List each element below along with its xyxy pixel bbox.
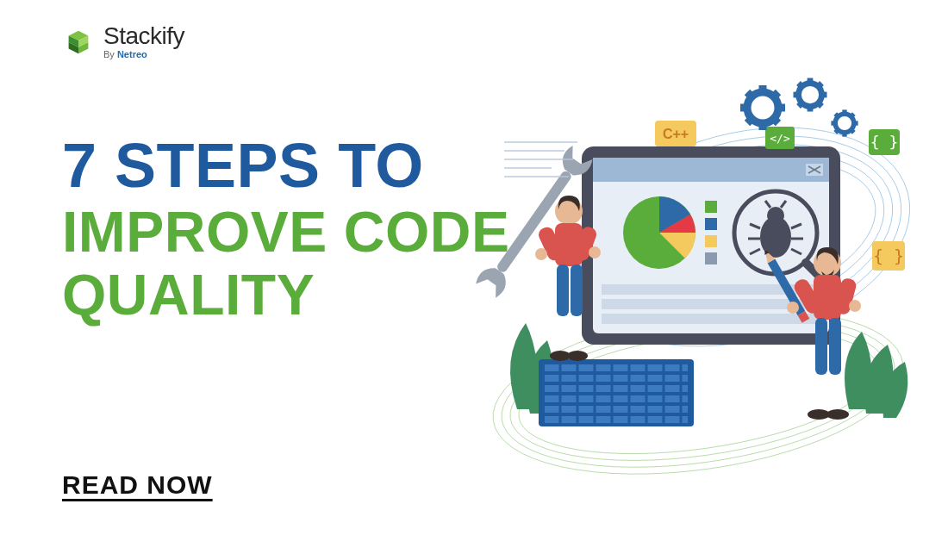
svg-point-24 <box>747 92 778 123</box>
svg-line-30 <box>774 119 778 123</box>
brand-logo: Stackify By Netreo <box>62 24 184 59</box>
svg-rect-60 <box>705 235 717 247</box>
svg-line-38 <box>799 84 802 87</box>
svg-rect-109 <box>829 318 841 375</box>
svg-line-32 <box>774 92 778 96</box>
svg-rect-105 <box>814 275 841 320</box>
svg-point-112 <box>787 302 799 314</box>
cpp-badge-icon: C++ <box>655 121 696 146</box>
svg-rect-79 <box>545 406 688 413</box>
svg-line-49 <box>835 130 838 133</box>
headline: 7 STEPS TO IMPROVE CODE QUALITY <box>62 134 509 325</box>
svg-rect-108 <box>815 318 827 375</box>
svg-line-29 <box>747 92 752 96</box>
svg-rect-78 <box>545 395 688 402</box>
brand-name: Stackify <box>103 24 184 48</box>
svg-line-40 <box>799 103 802 107</box>
braces-badge-green-icon: { } <box>869 129 900 155</box>
svg-rect-95 <box>571 264 583 316</box>
svg-point-111 <box>826 409 849 420</box>
pie-chart-icon <box>623 196 695 269</box>
headline-line-2a: IMPROVE CODE <box>62 202 509 262</box>
svg-rect-58 <box>705 201 717 213</box>
svg-point-113 <box>849 300 861 312</box>
svg-line-48 <box>851 130 854 133</box>
svg-rect-77 <box>545 385 688 392</box>
headline-line-1: 7 STEPS TO <box>62 134 509 199</box>
svg-rect-80 <box>545 416 688 423</box>
svg-line-39 <box>819 103 822 107</box>
braces-badge-orange-icon: { } <box>872 241 905 271</box>
svg-point-65 <box>767 207 784 224</box>
svg-line-47 <box>835 114 838 116</box>
svg-rect-23 <box>602 314 820 324</box>
headline-line-2b: QUALITY <box>62 265 509 325</box>
svg-line-31 <box>747 119 752 123</box>
brand-byline: By Netreo <box>103 50 184 59</box>
svg-line-41 <box>819 84 822 87</box>
brand-text: Stackify By Netreo <box>103 24 184 59</box>
svg-rect-76 <box>545 375 688 382</box>
svg-point-99 <box>589 246 601 258</box>
read-now-link[interactable]: READ NOW <box>62 470 213 500</box>
svg-point-97 <box>567 351 588 361</box>
svg-rect-75 <box>545 364 688 371</box>
svg-rect-16 <box>593 158 829 182</box>
svg-line-50 <box>851 114 854 116</box>
svg-rect-61 <box>705 252 717 264</box>
svg-point-98 <box>535 248 547 260</box>
svg-point-42 <box>835 114 854 133</box>
svg-text:{ }: { } <box>870 133 899 151</box>
code-badge-icon: </> <box>770 132 790 145</box>
leaf-right-icon <box>845 332 907 418</box>
svg-text:{ }: { } <box>873 246 904 266</box>
stackify-logo-icon <box>62 26 95 59</box>
svg-text:C++: C++ <box>663 127 689 141</box>
svg-rect-59 <box>705 218 717 230</box>
svg-point-33 <box>799 84 822 107</box>
keyboard-icon <box>539 359 694 426</box>
hero-illustration: </> <box>465 47 931 513</box>
svg-rect-94 <box>557 264 569 316</box>
